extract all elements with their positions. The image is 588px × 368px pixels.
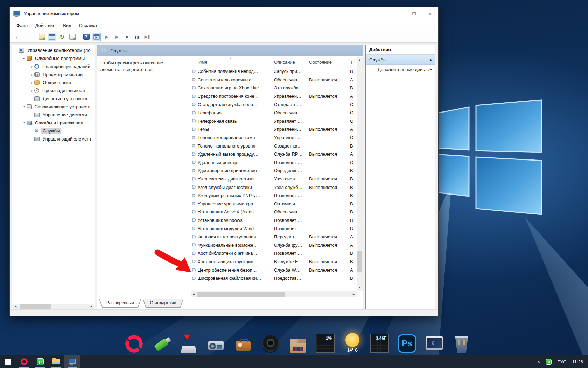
tree-item-службы[interactable]: Службы — [13, 127, 94, 135]
service-row[interactable]: ⚙Управление уровнями хра…Оптимизи…В — [191, 200, 353, 208]
weather-icon[interactable]: 14° C — [343, 330, 362, 353]
service-row[interactable]: ⚙Сохранение игр на Xbox LiveЭта служба…В — [191, 84, 353, 92]
actions-group-services[interactable]: Службы ▲ — [366, 55, 435, 65]
utorrent-tray-icon[interactable]: µ — [546, 359, 552, 365]
tree-item-управляющий[interactable]: Управляющий элемент — [13, 135, 94, 143]
service-row[interactable]: ⚙Узел службы диагностикиУзел служб…Выпол… — [191, 183, 353, 191]
photoshop-icon[interactable]: Ps — [397, 330, 417, 353]
export-icon[interactable] — [37, 33, 46, 41]
scroll-down-icon[interactable]: ▼ — [357, 285, 363, 291]
column-header-1[interactable]: Описание — [272, 58, 307, 66]
pause-service-icon[interactable]: ▮▮ — [133, 33, 141, 41]
service-row[interactable]: ⚙Установщик модулей Wind…Позволяет …В — [191, 224, 353, 233]
tree-item-просмотр[interactable]: ›Просмотр событий — [13, 70, 94, 79]
service-row[interactable]: ⚙Телефонная связьУправляет …О — [191, 117, 353, 125]
stop-service-icon[interactable]: ■ — [122, 33, 131, 41]
services-vertical-scrollbar[interactable]: ▲ ▼ — [357, 57, 363, 291]
service-row[interactable]: ⚙Сопоставитель конечных т…Обеспечив…Выпо… — [191, 76, 353, 84]
tree-item-службы[interactable]: ›Службы и приложения — [13, 119, 94, 127]
service-row[interactable]: ⚙Установщик ActiveX (AxInst…Обеспечив…В — [191, 208, 353, 216]
service-row[interactable]: ⚙Установщик WindowsПозволяет …В — [191, 216, 353, 225]
tree-chevron-icon[interactable]: › — [22, 104, 27, 109]
speaker-icon[interactable] — [261, 330, 280, 353]
net-meter-icon[interactable]: 3,46Г — [370, 330, 390, 353]
opera-gx-icon[interactable] — [124, 330, 144, 353]
taskbar-opera-gx[interactable] — [16, 355, 32, 368]
more-actions-item[interactable]: Дополнительные дейс… ▶ — [366, 65, 435, 74]
taskbar-explorer[interactable] — [48, 355, 64, 368]
cpu-meter-icon[interactable]: 1% — [315, 330, 335, 353]
back-icon[interactable]: ← — [13, 33, 22, 41]
services-horizontal-scrollbar[interactable]: ◀ ▶ — [191, 291, 357, 297]
service-row[interactable]: ⚙Теневое копирование томаУправляет …О — [191, 134, 353, 142]
service-row[interactable]: ⚙Хост поставщика функции …В службе F…Вып… — [191, 258, 353, 266]
service-row[interactable]: ⚙Удостоверение приложенияОпределяе…В — [191, 166, 353, 175]
tray-expand-icon[interactable]: ∧ — [537, 360, 540, 364]
winrar-icon[interactable] — [288, 330, 308, 353]
tab-standard[interactable]: Стандартный — [143, 299, 184, 308]
refresh-icon[interactable]: ↻ — [58, 33, 66, 41]
show-console-tree-icon[interactable] — [92, 33, 101, 41]
start-service-icon[interactable]: ▶ — [102, 33, 111, 41]
scroll-thumb[interactable] — [197, 292, 285, 297]
tree-chevron-icon[interactable]: › — [29, 88, 34, 93]
help-icon[interactable]: ? — [82, 33, 91, 41]
tree-chevron-icon[interactable]: › — [29, 72, 34, 77]
collapse-icon[interactable]: ▲ — [429, 58, 432, 61]
service-row[interactable]: ⚙Узел системы диагностикиУзел систе…Выпо… — [191, 175, 353, 183]
service-row[interactable]: ⚙ТелефонияОбеспечив…О — [191, 109, 353, 117]
column-header-2[interactable]: Состояние — [307, 58, 348, 66]
tree-chevron-icon[interactable]: › — [29, 80, 34, 85]
tree-item-управление[interactable]: Управление компьютером (ло — [13, 46, 94, 54]
tree-item-общие[interactable]: ›Общие папки — [13, 79, 94, 87]
console-window-icon[interactable] — [48, 33, 56, 41]
forward-icon[interactable]: → — [23, 33, 32, 41]
tree-item-управление[interactable]: Управление дисками — [13, 111, 94, 119]
export-list-icon[interactable] — [68, 33, 77, 41]
service-row[interactable]: ⚙Удаленный вызов процеду…Служба RP…Выпол… — [191, 150, 353, 158]
tree-item-планировщик[interactable]: ›Планировщик заданий — [13, 62, 94, 70]
maximize-button[interactable]: □ — [406, 7, 422, 20]
service-row[interactable]: ⚙Удаленный реестрПозволяет …О — [191, 158, 353, 167]
service-row[interactable]: ⚙Стандартная служба сбор…Стандартн…О — [191, 100, 353, 109]
scroll-thumb[interactable] — [357, 251, 362, 272]
tree-item-запоминающие[interactable]: ›Запоминающие устройств — [13, 103, 94, 111]
tree-item-служебные[interactable]: ›Служебные программы — [13, 54, 94, 62]
minimize-button[interactable]: – — [390, 7, 406, 20]
taskbar-computer-management[interactable] — [64, 355, 80, 368]
menu-file[interactable]: Файл — [13, 21, 31, 29]
recycle-bin-icon[interactable] — [452, 330, 471, 353]
scroll-left-icon[interactable]: ◀ — [13, 304, 19, 309]
favorites-box-icon[interactable]: ♥ — [179, 330, 198, 353]
tree-chevron-icon[interactable]: › — [29, 64, 34, 69]
service-row[interactable]: ⚙Хост библиотеки счетчика …Позволяет …В — [191, 249, 353, 258]
scroll-up-icon[interactable]: ▲ — [357, 57, 363, 63]
menu-help[interactable]: Справка — [75, 21, 101, 29]
screensaver-icon[interactable]: ☾ — [425, 330, 444, 353]
tree-horizontal-scrollbar[interactable]: ◀ ▶ — [13, 304, 94, 309]
scroll-thumb[interactable] — [20, 304, 51, 309]
service-row[interactable]: ⚙Тополог канального уровняСоздает ка…В — [191, 142, 353, 150]
scroll-right-icon[interactable]: ▶ — [89, 304, 94, 309]
service-row[interactable]: ⚙События получения непод…Запуск при…В — [191, 67, 353, 76]
service-row[interactable]: ⚙Центр обеспечения безоп…Служба W…Выполн… — [191, 266, 353, 274]
menu-action[interactable]: Действие — [31, 21, 59, 29]
service-row[interactable]: ⚙Функциональные возможн…Служба фу…Выполн… — [191, 241, 353, 249]
service-row[interactable]: ⚙Фоновая интеллектуальная…Передает …Выпо… — [191, 233, 353, 241]
tree-item-диспетчер[interactable]: Диспетчер устройств — [13, 95, 94, 103]
contacts-icon[interactable] — [233, 330, 253, 353]
resume-service-icon[interactable]: ▶ — [112, 33, 121, 41]
tree-chevron-icon[interactable]: › — [22, 56, 27, 61]
language-indicator[interactable]: РУС — [557, 359, 566, 364]
usb-drive-icon[interactable] — [152, 330, 171, 353]
tree-item-производительность[interactable]: ›Производительность — [13, 87, 94, 95]
tab-extended[interactable]: Расширенный — [99, 299, 141, 308]
start-button[interactable] — [0, 355, 16, 368]
close-button[interactable]: × — [422, 7, 438, 20]
service-row[interactable]: ⚙Средство построения коне…Управлени…Выпо… — [191, 92, 353, 101]
scroll-left-icon[interactable]: ◀ — [191, 291, 197, 297]
service-row[interactable]: ⚙Шифрованная файловая си…Предостав…В — [191, 274, 353, 282]
scroll-right-icon[interactable]: ▶ — [351, 291, 357, 297]
tree-chevron-icon[interactable]: › — [22, 121, 27, 125]
column-header-3[interactable]: Т — [348, 58, 353, 66]
